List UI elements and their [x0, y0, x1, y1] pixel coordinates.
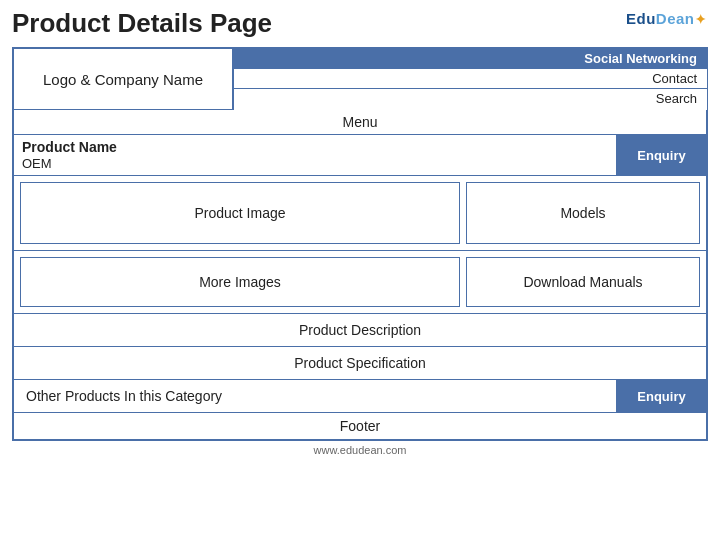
main-box: Logo & Company Name Social Networking Co…: [12, 47, 708, 441]
brand-edu: Edu: [626, 10, 656, 27]
images-models-row: Product Image Models: [13, 176, 707, 251]
page-container: Product Details Page EduDean✦ Logo & Com…: [0, 0, 720, 540]
other-products-row: Other Products In this Category Enquiry: [13, 380, 707, 413]
enquiry-button-top[interactable]: Enquiry: [616, 135, 706, 175]
menu-row[interactable]: Menu: [13, 110, 707, 135]
product-image-box: Product Image: [20, 182, 460, 244]
footer-row: Footer: [13, 413, 707, 440]
product-name-label: Product Name: [22, 139, 608, 155]
download-manuals-box[interactable]: Download Manuals: [466, 257, 700, 307]
contact-row: Contact: [234, 69, 707, 89]
search-row: Search: [234, 89, 707, 108]
more-images-row: More Images Download Manuals: [13, 251, 707, 314]
logo-label: Logo & Company Name: [43, 71, 203, 88]
right-header: Social Networking Contact Search: [233, 48, 707, 110]
models-box[interactable]: Models: [466, 182, 700, 244]
other-products-area: Other Products In this Category: [14, 380, 616, 412]
product-description-row: Product Description: [13, 314, 707, 347]
product-specification-row: Product Specification: [13, 347, 707, 380]
logo-area: Logo & Company Name: [13, 48, 233, 110]
social-networking: Social Networking: [234, 48, 707, 69]
oem-label: OEM: [22, 156, 608, 171]
product-name-row: Product Name OEM Enquiry: [13, 135, 707, 176]
more-images-box[interactable]: More Images: [20, 257, 460, 307]
brand-dean: Dean: [656, 10, 695, 27]
brand-logo: EduDean✦: [626, 10, 706, 27]
brand-icon: ✦: [695, 12, 707, 27]
enquiry-button-bottom[interactable]: Enquiry: [616, 380, 706, 412]
page-title: Product Details Page: [12, 8, 708, 39]
product-name-area: Product Name OEM: [14, 135, 616, 175]
footer-url: www.edudean.com: [12, 444, 708, 456]
header-row: Logo & Company Name Social Networking Co…: [13, 48, 707, 110]
other-products-label: Other Products In this Category: [26, 388, 222, 404]
